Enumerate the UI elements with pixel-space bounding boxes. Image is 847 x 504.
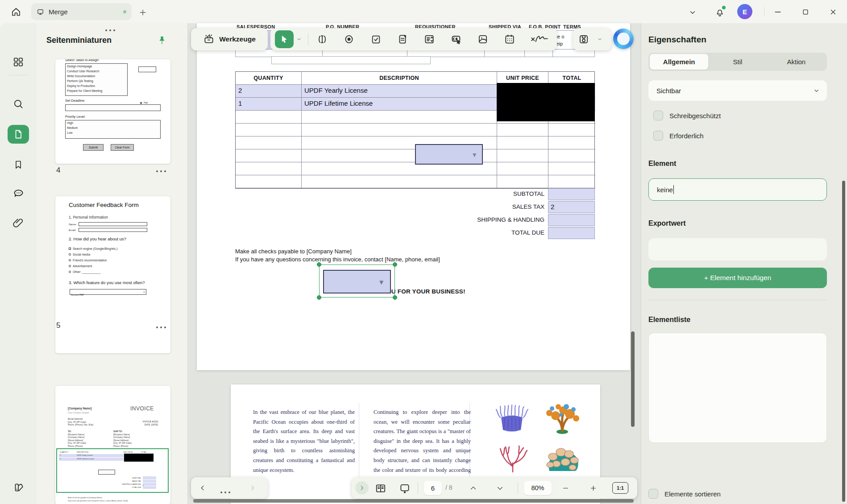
mini-shipto-block: SHIP TO: [Recipient Name] [Company Name]…	[113, 430, 132, 448]
image-field-tool[interactable]	[476, 32, 490, 46]
description-field[interactable]: UPDF Yearly License	[302, 85, 497, 98]
user-avatar[interactable]: E	[737, 4, 752, 19]
subtotal-field[interactable]	[548, 188, 595, 200]
back-button[interactable]	[197, 483, 208, 493]
page-5-more-button[interactable]	[156, 326, 166, 328]
text-caret	[673, 185, 674, 194]
actual-size-button[interactable]: 1:1	[612, 482, 628, 494]
zoom-in-button[interactable]	[587, 483, 599, 493]
list-box-tool[interactable]	[395, 32, 410, 46]
page-thumbnails-button-active[interactable]	[8, 125, 29, 144]
checkbox-tool[interactable]	[369, 32, 383, 46]
comments-button[interactable]	[8, 186, 29, 200]
document-tab[interactable]: Merge	[31, 3, 132, 20]
close-button[interactable]	[826, 5, 841, 19]
tools-label: Werkzeuge	[219, 35, 256, 43]
tools-button[interactable]: Werkzeuge	[191, 28, 268, 50]
sales-tax-field[interactable]: 2	[548, 201, 595, 213]
mini-deadline-label: Set Deadline:	[65, 99, 85, 103]
tab-aktion[interactable]: Aktion	[767, 54, 826, 70]
window-menu-button[interactable]	[686, 6, 699, 19]
book-view-icon	[375, 483, 386, 494]
select-tool-dropdown[interactable]	[295, 36, 303, 43]
element-list-box[interactable]	[648, 333, 827, 443]
page-4-more-button[interactable]	[156, 170, 166, 172]
app-window: Merge E	[0, 0, 847, 504]
two-page-view-button[interactable]	[374, 482, 387, 495]
bookmarks-button[interactable]	[8, 158, 29, 171]
thumbnail-page-4[interactable]: Select Tasks to Assign: Design Homepage …	[55, 59, 170, 164]
home-icon	[11, 7, 21, 17]
next-page-button[interactable]	[494, 483, 506, 493]
tab-allgemein-active[interactable]: Allgemein	[650, 54, 708, 70]
zoom-level-input[interactable]: 80%	[524, 481, 552, 495]
tab-stil[interactable]: Stil	[708, 54, 767, 70]
shipping-field[interactable]	[548, 214, 595, 226]
pin-panel-button[interactable]	[156, 35, 168, 46]
mini-email-label: Email:	[69, 229, 76, 231]
push-button-tool[interactable]	[449, 32, 463, 46]
sort-checkbox[interactable]	[648, 489, 658, 499]
mini-deadline-input	[65, 104, 161, 111]
redaction-block	[497, 83, 595, 121]
home-button[interactable]	[6, 4, 26, 21]
mini-section-3: 3. Which feature do you use most often?	[69, 280, 145, 285]
theme-swatches-button[interactable]	[8, 481, 29, 494]
apps-grid-button[interactable]	[8, 55, 29, 69]
mini-priority-listbox: High Medium Low	[65, 120, 161, 139]
ai-assistant-button[interactable]	[613, 29, 634, 49]
add-element-button[interactable]: + Element hinzufügen	[648, 268, 827, 288]
forward-button-disabled[interactable]	[247, 483, 258, 493]
resize-handle[interactable]	[393, 262, 397, 267]
description-field[interactable]: UPDF Lifetime License	[302, 98, 497, 111]
resize-handle[interactable]	[317, 262, 321, 267]
quantity-field[interactable]: 2	[236, 85, 302, 98]
notifications-button[interactable]	[713, 5, 727, 19]
resize-handle[interactable]	[393, 295, 397, 300]
save-button[interactable]	[577, 32, 591, 46]
select-tool-button-active[interactable]	[275, 30, 294, 48]
form-field-remnant[interactable]	[271, 56, 431, 64]
mini-company: [Company Name]	[68, 407, 91, 410]
export-input[interactable]	[648, 238, 827, 260]
signature-field-tool[interactable]	[529, 32, 550, 46]
selected-combobox-field[interactable]: ▼	[323, 270, 391, 293]
attachments-button[interactable]	[8, 216, 29, 229]
document-vertical-scrollbar[interactable]	[631, 331, 635, 427]
search-button[interactable]	[8, 97, 29, 111]
panel-drag-handle[interactable]	[105, 29, 115, 31]
thumbnail-page-5[interactable]: Customer Feedback Form 1. Personal Infor…	[55, 196, 170, 353]
resize-handle[interactable]	[317, 295, 321, 300]
page-5-label: 5	[56, 321, 60, 330]
previous-page-button[interactable]	[467, 483, 479, 493]
save-dropdown-button[interactable]	[596, 36, 603, 43]
total-due-field[interactable]	[548, 227, 595, 239]
date-field-tool[interactable]	[502, 32, 517, 46]
element-input-focused[interactable]: keine	[648, 178, 827, 201]
combo-box-tool[interactable]	[422, 32, 436, 46]
panel-title: Seitenminiaturen	[46, 36, 112, 45]
totals-row: SHIPPING & HANDLING	[197, 214, 630, 227]
text-field-tool[interactable]	[315, 32, 329, 46]
readonly-checkbox[interactable]	[653, 111, 663, 120]
required-checkbox[interactable]	[653, 131, 663, 140]
visibility-select[interactable]: Sichtbar	[648, 80, 827, 101]
radio-button-tool[interactable]	[342, 32, 356, 46]
plus-icon	[138, 8, 147, 17]
maximize-button[interactable]	[798, 5, 813, 19]
cursor-icon	[279, 34, 289, 44]
minimize-button[interactable]	[770, 5, 785, 19]
history-more-button[interactable]	[220, 492, 230, 493]
presentation-button[interactable]	[398, 482, 411, 495]
mini-note-2: If you have any questions concerning thi…	[68, 500, 128, 502]
quantity-field[interactable]: 1	[236, 98, 302, 111]
page-number-input[interactable]: 6	[424, 481, 442, 495]
document-horizontal-scrollbar[interactable]	[193, 499, 634, 503]
table-combobox-field[interactable]: ▼	[415, 144, 483, 165]
new-tab-button[interactable]	[137, 6, 149, 19]
panel-scrollbar[interactable]	[842, 181, 845, 502]
avatar-initial: E	[743, 8, 747, 16]
expand-panel-button[interactable]	[355, 481, 369, 495]
zoom-out-button[interactable]	[560, 483, 571, 493]
thumbnail-page-6-selected[interactable]: [Company Name] [Your Company Slogan] INV…	[55, 386, 170, 504]
